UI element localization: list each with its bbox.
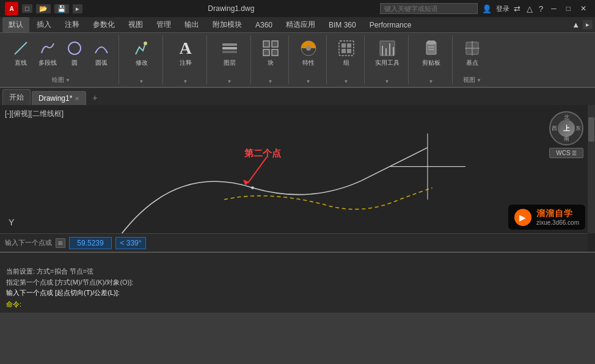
help-icon[interactable]: ?	[537, 4, 545, 13]
block-dropdown[interactable]: ▼	[268, 79, 273, 84]
title-right: 👤 登录 ⇄ △ ? ─ □ ✕	[380, 3, 590, 14]
new-button[interactable]: □	[22, 4, 32, 13]
search-input[interactable]	[380, 3, 478, 14]
block-tool[interactable]: 块	[258, 37, 283, 69]
clipboard-tools: 剪贴板	[419, 35, 444, 70]
circle-label: 圆	[71, 59, 78, 67]
autocad-logo: A	[5, 2, 18, 15]
menu-parametric[interactable]: 参数化	[87, 17, 121, 32]
svg-marker-33	[243, 180, 249, 185]
exchange-icon[interactable]: ⇄	[512, 4, 522, 13]
tab-close-icon[interactable]: ✕	[75, 95, 79, 102]
menu-manage[interactable]: 管理	[150, 17, 177, 32]
menu-annotate[interactable]: 注释	[59, 17, 86, 32]
svg-rect-4	[222, 47, 237, 49]
more-button[interactable]: ▸	[73, 4, 82, 13]
close-button[interactable]: ✕	[577, 4, 590, 13]
save-button[interactable]: 💾	[54, 4, 69, 13]
circle-tool[interactable]: 圆	[62, 37, 87, 69]
menu-view[interactable]: 视图	[122, 17, 149, 32]
cmd-prompt: 命令:	[6, 300, 21, 309]
minimize-button[interactable]: ─	[547, 4, 560, 13]
clipboard-dropdown[interactable]: ▼	[429, 79, 434, 84]
open-button[interactable]: 📂	[36, 4, 51, 13]
triangle-icon[interactable]: △	[525, 4, 535, 13]
group-tools: 组	[334, 35, 359, 70]
compass-center: 上	[558, 120, 575, 137]
menu-bim360[interactable]: BIM 360	[323, 18, 362, 32]
watermark-title: 溜溜自学	[536, 208, 579, 219]
compass: 北 南 东 西 上 WCS ☰	[545, 111, 588, 154]
restore-button[interactable]: □	[563, 4, 574, 13]
viewport-wrapper: [-][俯视][二维线框] 第二个点 北 南 东 西 上	[0, 105, 595, 313]
polyline-tool[interactable]: 多段线	[35, 37, 60, 69]
menu-output[interactable]: 输出	[178, 17, 205, 32]
menu-more[interactable]: ▸	[583, 20, 593, 29]
polyline-icon	[38, 38, 57, 58]
viewport[interactable]: [-][俯视][二维线框] 第二个点 北 南 东 西 上	[0, 105, 595, 252]
line-tool[interactable]: 直线	[9, 37, 33, 69]
watermark: ▶ 溜溜自学 zixue.3d66.com	[508, 205, 585, 230]
polyline-label: 多段线	[38, 59, 57, 67]
svg-rect-13	[341, 43, 346, 48]
user-icon[interactable]: 👤	[480, 4, 494, 13]
ribbon-toggle[interactable]: ▲	[570, 20, 582, 29]
menu-a360[interactable]: A360	[249, 18, 279, 32]
svg-line-32	[248, 157, 267, 183]
utilities-tool[interactable]: 实用工具	[373, 37, 402, 69]
annotate-dropdown[interactable]: ▼	[183, 79, 188, 84]
svg-point-1	[68, 42, 81, 54]
line-icon	[11, 38, 31, 58]
annotate-group-title: ▼	[183, 79, 188, 84]
annotate-tools: A 注释	[173, 35, 198, 70]
svg-point-31	[251, 186, 254, 189]
svg-rect-5	[222, 51, 237, 53]
clipboard-group-title: ▼	[429, 79, 434, 84]
utilities-dropdown[interactable]: ▼	[385, 79, 390, 84]
utilities-tools: 实用工具	[373, 35, 402, 70]
layer-tool[interactable]: 图层	[217, 37, 242, 69]
properties-dropdown[interactable]: ▼	[306, 79, 311, 84]
basepoint-tool[interactable]: 基点	[460, 37, 484, 69]
properties-icon	[299, 38, 318, 58]
menu-default[interactable]: 默认	[2, 17, 29, 32]
menu-performance[interactable]: Performance	[363, 18, 418, 32]
line-label: 直线	[15, 59, 27, 67]
tab-add-button[interactable]: +	[87, 90, 102, 105]
layer-dropdown[interactable]: ▼	[227, 79, 232, 84]
ribbon-group-basepoint: 基点 视图 ▼	[454, 35, 491, 84]
basepoint-dropdown[interactable]: ▼	[476, 78, 481, 83]
wcs-button[interactable]: WCS ☰	[549, 148, 583, 158]
tab-start[interactable]: 开始	[2, 89, 31, 105]
group-dropdown[interactable]: ▼	[344, 79, 349, 84]
menu-insert[interactable]: 插入	[31, 17, 57, 32]
tab-start-label: 开始	[9, 92, 24, 103]
arc-label: 圆弧	[95, 59, 108, 67]
clipboard-tool[interactable]: 剪贴板	[419, 37, 444, 69]
clipboard-label: 剪贴板	[422, 59, 440, 67]
properties-tool[interactable]: 特性	[296, 37, 321, 69]
right-scrollbar[interactable]	[588, 105, 595, 233]
menu-addons[interactable]: 附加模块	[206, 17, 248, 32]
canvas-area[interactable]	[0, 105, 595, 252]
arc-tool[interactable]: 圆弧	[89, 37, 114, 69]
command-area: 当前设置: 方式=拟合 节点=弦 指定第一个点或 [方式(M)/节点(K)/对象…	[0, 252, 595, 313]
tab-drawing1[interactable]: Drawing1* ✕	[32, 91, 86, 105]
modify-icon	[132, 38, 151, 58]
group-tool[interactable]: 组	[334, 37, 359, 69]
cmd-line-2: 指定第一个点或 [方式(M)/节点(K)/对象(O)]:	[6, 277, 589, 288]
scroll-thumb[interactable]	[588, 117, 594, 142]
annotate-tool[interactable]: A 注释	[173, 37, 198, 69]
modify-dropdown[interactable]: ▼	[139, 79, 144, 84]
input-icon[interactable]: ⊞	[56, 238, 65, 248]
cmd-input[interactable]	[24, 301, 589, 308]
tab-drawing1-label: Drawing1*	[38, 94, 72, 103]
draw-dropdown[interactable]: ▼	[65, 78, 70, 83]
layer-icon	[220, 38, 239, 58]
draw-tools: 直线 多段线 圆 圆弧	[9, 35, 114, 70]
ribbon-group-annotate: A 注释 ▼	[164, 35, 207, 84]
modify-tool[interactable]: 修改	[130, 37, 154, 69]
utilities-icon	[378, 38, 397, 58]
menu-featured[interactable]: 精选应用	[280, 17, 321, 32]
modify-group-title: ▼	[139, 79, 144, 84]
